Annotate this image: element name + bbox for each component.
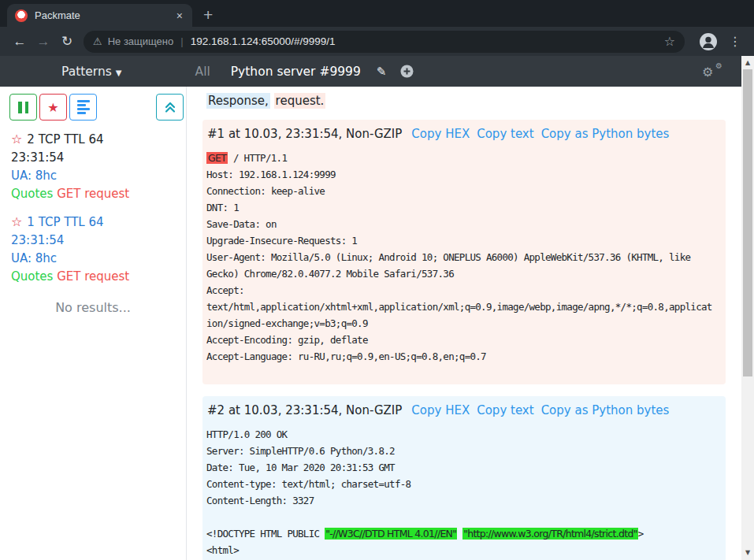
profile-avatar[interactable] [699,32,718,51]
no-results-text: No results... [0,300,186,315]
card-header: #1 at 10.03, 23:31:54, Non-GZIP [207,127,402,141]
pause-icon [18,102,28,113]
menu-dots-icon[interactable]: ⋮ [729,34,741,49]
entry-ua: UA: 8hc [11,167,180,185]
star-icon: ★ [47,100,58,115]
star-outline-icon[interactable]: ☆ [11,214,22,229]
app-navbar: Patterns▼ All Python server #9999 ✎ ⚙⚙ [0,56,741,87]
entry-tags: Quotes GET request [11,268,180,286]
card-body: GET / HTTP/1.1Host: 192.168.1.124:9999Co… [206,150,721,381]
scroll-thumb[interactable] [743,69,752,376]
browser-toolbar: ← → ↻ ⚠ Не защищено | 192.168.1.124:6500… [0,27,754,56]
highlight-match-green: "-//W3C//DTD HTML 4.01//EN" [325,528,457,540]
entry-title: 1 TCP TTL 64 [27,215,103,229]
patterns-label: Patterns [61,65,112,79]
copy-as-python-bytes-link[interactable]: Copy as Python bytes [541,403,670,417]
entry-tag: GET request [57,269,129,284]
scroll-down-arrow[interactable]: ▼ [741,547,754,558]
tab-title: Packmate [35,9,175,21]
copy-hex-link[interactable]: Copy HEX [411,403,470,417]
stream-card-response: #2 at 10.03, 23:31:54, Non-GZIPCopy HEXC… [202,396,726,560]
new-tab-button[interactable]: + [203,6,213,23]
scroll-up-arrow[interactable]: ▲ [741,57,754,69]
pause-button[interactable] [9,94,37,121]
entry-time: 23:31:54 [11,149,180,167]
entry-tag: Quotes [11,187,53,201]
patterns-menu[interactable]: Patterns▼ [61,65,122,79]
legend: Response, request. [206,94,726,108]
packet-list-item[interactable]: ☆1 TCP TTL 6423:31:54UA: 8hcQuotes GET r… [11,213,180,286]
highlight-request: request. [274,93,326,109]
forward-icon[interactable]: → [32,34,55,50]
edit-pencil-icon[interactable]: ✎ [377,65,387,79]
entry-tag: Quotes [11,269,53,284]
highlight-match-red: GET [206,152,228,164]
copy-text-link[interactable]: Copy text [477,403,533,417]
star-outline-icon[interactable]: ☆ [11,132,22,146]
card-header: #2 at 10.03, 23:31:54, Non-GZIP [207,403,402,417]
collapse-button[interactable] [156,94,184,121]
entry-ua: UA: 8hc [11,250,180,268]
tab-strip: Packmate × + [0,0,754,27]
add-pattern-button[interactable] [400,65,414,78]
security-label: Не защищено [108,35,174,47]
settings-gears-icon[interactable]: ⚙⚙ [702,64,722,80]
plus-circle-icon [400,65,414,78]
packet-list-item[interactable]: ☆2 TCP TTL 6423:31:54UA: 8hcQuotes GET r… [11,130,180,203]
entry-time: 23:31:54 [11,232,180,250]
warning-icon: ⚠ [93,35,102,47]
list-button[interactable] [69,94,97,121]
packmate-favicon [15,9,28,22]
tab-all[interactable]: All [195,65,210,79]
entry-tags: Quotes GET request [11,185,180,203]
back-icon[interactable]: ← [8,34,32,50]
sidebar: ★ ☆2 TCP TTL 6423:31:54UA: 8hcQuote [0,87,187,560]
copy-text-link[interactable]: Copy text [477,127,533,141]
highlight-match-green: "http://www.w3.org/TR/html4/strict.dtd" [462,528,638,540]
packet-list: ☆2 TCP TTL 6423:31:54UA: 8hcQuotes GET r… [0,130,186,286]
url-text[interactable]: 192.168.1.124:65000/#/9999/1 [191,35,658,47]
copy-hex-link[interactable]: Copy HEX [411,127,470,141]
stream-card-request: #1 at 10.03, 23:31:54, Non-GZIPCopy HEXC… [202,120,726,384]
entry-title: 2 TCP TTL 64 [27,132,103,146]
bookmark-star-icon[interactable]: ☆ [664,34,675,49]
address-bar[interactable]: ⚠ Не защищено | 192.168.1.124:65000/#/99… [84,31,685,53]
browser-tab-packmate[interactable]: Packmate × [7,4,192,27]
caret-down-icon: ▼ [116,69,122,77]
scrollbar[interactable]: ▲ ▼ [741,56,754,560]
double-chevron-up-icon [164,101,176,113]
card-body: HTTP/1.0 200 OKServer: SimpleHTTP/0.6 Py… [206,426,721,558]
tab-close-icon[interactable]: × [175,10,184,21]
sidebar-toolbar: ★ [0,94,186,121]
entry-tag: GET request [57,187,129,201]
tab-python-server[interactable]: Python server #9999 [231,65,361,79]
address-divider: | [180,35,183,47]
favorites-button[interactable]: ★ [39,94,67,121]
highlight-response: Response, [206,93,270,109]
main-panel: Response, request. #1 at 10.03, 23:31:54… [187,87,741,560]
align-left-icon [77,100,90,114]
copy-as-python-bytes-link[interactable]: Copy as Python bytes [541,127,670,141]
reload-icon[interactable]: ↻ [55,33,79,50]
browser-window: Packmate × + ← → ↻ ⚠ Не защищено | 192.1… [0,0,754,560]
